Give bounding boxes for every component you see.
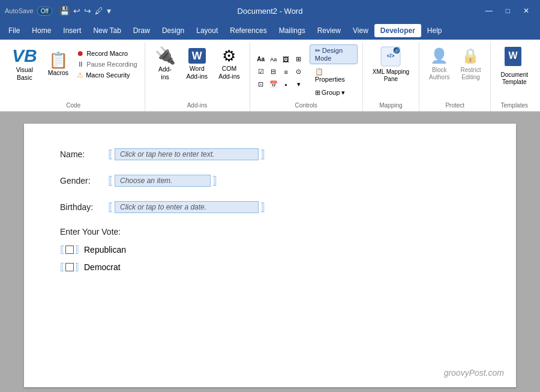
dropdown-icon[interactable]: ▾ — [107, 6, 111, 16]
undo-icon[interactable]: ↩ — [73, 6, 80, 16]
title-bar: AutoSave Off 💾 ↩ ↪ 🖊 ▾ Document2 - Word … — [0, 0, 540, 22]
table-btn[interactable]: ⊞ — [293, 53, 305, 65]
democrat-label: Democrat — [84, 262, 121, 272]
protect-group-items: 👤 BlockAuthors 🔒 RestrictEditing — [424, 43, 485, 100]
format-controls: Aa Aa 🖼 ⊞ ☑ ⊟ ≡ ⊙ ⊡ � — [255, 53, 305, 91]
autosave-toggle[interactable]: Off — [37, 7, 52, 16]
design-mode-button[interactable]: ✏ Design Mode — [310, 44, 358, 64]
templates-group: W DocumentTemplate Templates — [491, 42, 538, 111]
add-ins-label: Add-ins — [158, 65, 172, 80]
document-template-button[interactable]: W DocumentTemplate — [496, 43, 533, 88]
menu-newtab[interactable]: New Tab — [87, 24, 127, 37]
list-btn[interactable]: ≡ — [280, 66, 292, 78]
gender-dropdown[interactable]: Choose an item. — [115, 175, 211, 187]
rep-bracket-left: ⟦ — [60, 244, 65, 255]
menu-home[interactable]: Home — [26, 24, 57, 37]
minimize-button[interactable]: — — [479, 4, 499, 17]
record-icon: ⏺ — [77, 49, 84, 58]
democrat-bracket: ⟦ ⟧ — [60, 261, 79, 273]
menu-insert[interactable]: Insert — [57, 24, 87, 37]
svg-text:W: W — [509, 50, 518, 61]
record-macro-button[interactable]: ⏺ Record Macro — [74, 48, 139, 59]
mapping-group-label: Mapping — [368, 100, 414, 110]
group-label: Group ▾ — [322, 89, 346, 97]
maximize-button[interactable]: □ — [500, 4, 516, 17]
code-stack: ⏺ Record Macro ⏸ Pause Recording ⚠ Macro… — [74, 43, 139, 85]
format-row3: ⊡ 📅 ▪ ▾ — [255, 79, 305, 91]
xml-mapping-inner: </> 🔗 XML MappingPane — [373, 46, 409, 83]
document-template-label: DocumentTemplate — [500, 71, 528, 86]
restrict-editing-label: RestrictEditing — [461, 67, 481, 81]
birthday-label: Birthday: — [60, 202, 108, 212]
macros-label: Macros — [48, 69, 68, 77]
design-mode-icon: ✏ — [315, 47, 320, 54]
autosave-label: AutoSave — [5, 7, 34, 14]
menu-file[interactable]: File — [2, 24, 26, 37]
down-btn[interactable]: ▾ — [293, 79, 305, 91]
pause-recording-button[interactable]: ⏸ Pause Recording — [74, 59, 139, 70]
group-icon: ⊞ — [315, 89, 320, 97]
menu-design[interactable]: Design — [156, 24, 190, 37]
add-ins-button[interactable]: 🔌 Add-ins — [150, 43, 181, 85]
window-controls: — □ ✕ — [479, 4, 535, 17]
block-authors-button[interactable]: 👤 BlockAuthors — [424, 43, 454, 85]
record-macro-label: Record Macro — [86, 50, 128, 57]
menu-references[interactable]: References — [224, 24, 272, 37]
protect-group: 👤 BlockAuthors 🔒 RestrictEditing Protect — [419, 42, 491, 111]
controls-group-label: Controls — [255, 100, 358, 110]
grid-btn[interactable]: ⊟ — [268, 66, 280, 78]
text-aa2-btn[interactable]: Aa — [268, 53, 280, 65]
watermark: groovyPost.com — [444, 368, 504, 378]
controls-group: Aa Aa 🖼 ⊞ ☑ ⊟ ≡ ⊙ ⊡ � — [250, 42, 363, 111]
menu-mailings[interactable]: Mailings — [273, 24, 311, 37]
document-area: Name: ⟦ Click or tap here to enter text.… — [0, 112, 540, 392]
menu-draw[interactable]: Draw — [127, 24, 156, 37]
visual-basic-button[interactable]: VB VisualBasic — [7, 43, 42, 85]
word-addins-button[interactable]: W WordAdd-ins — [182, 43, 213, 85]
group-button[interactable]: ⊞ Group ▾ — [310, 86, 358, 99]
more-icon[interactable]: 🖊 — [95, 6, 103, 16]
democrat-checkbox[interactable] — [65, 263, 74, 271]
menu-help[interactable]: Help — [421, 24, 448, 37]
redo-icon[interactable]: ↪ — [84, 6, 91, 16]
menu-view[interactable]: View — [347, 24, 374, 37]
xml-mapping-icon: </> 🔗 — [380, 46, 401, 67]
name-input[interactable]: Click or tap here to enter text. — [115, 148, 259, 160]
pause-recording-label: Pause Recording — [86, 61, 137, 68]
macro-security-button[interactable]: ⚠ Macro Security — [74, 70, 139, 80]
restrict-editing-button[interactable]: 🔒 RestrictEditing — [456, 43, 486, 85]
macros-button[interactable]: 📋 Macros — [43, 43, 73, 85]
date-btn[interactable]: 📅 — [268, 79, 280, 91]
properties-label: Properties — [315, 76, 345, 83]
save-icon[interactable]: 💾 — [59, 6, 70, 16]
svg-text:🔗: 🔗 — [394, 48, 400, 53]
name-bracket-left: ⟦ — [108, 148, 113, 161]
code-group-label: Code — [7, 100, 140, 110]
democrat-row: ⟦ ⟧ Democrat — [60, 261, 480, 273]
image-btn[interactable]: 🖼 — [280, 53, 292, 65]
word-doc-svg: W — [503, 46, 525, 67]
birthday-field: ⟦ Click or tap to enter a date. ⟧ — [108, 201, 265, 214]
ribbon: VB VisualBasic 📋 Macros ⏺ Record Macro ⏸… — [0, 40, 540, 112]
gender-label: Gender: — [60, 176, 108, 185]
more1-btn[interactable]: ▪ — [280, 79, 292, 91]
republican-checkbox[interactable] — [65, 246, 74, 254]
combo-btn[interactable]: ⊡ — [255, 79, 267, 91]
controls-group-items: Aa Aa 🖼 ⊞ ☑ ⊟ ≡ ⊙ ⊡ � — [255, 43, 358, 100]
menu-developer[interactable]: Developer — [374, 24, 421, 37]
birthday-input[interactable]: Click or tap to enter a date. — [115, 201, 259, 213]
option-btn[interactable]: ⊙ — [293, 66, 305, 78]
vote-section: Enter Your Vote: ⟦ ⟧ Republican ⟦ ⟧ Demo… — [60, 227, 480, 273]
xml-mapping-button[interactable]: </> 🔗 XML MappingPane — [368, 43, 414, 85]
document-title: Document2 - Word — [238, 7, 303, 16]
republican-label: Republican — [84, 245, 126, 255]
close-button[interactable]: ✕ — [517, 4, 535, 17]
name-field: ⟦ Click or tap here to enter text. ⟧ — [108, 148, 265, 161]
properties-button[interactable]: 📋 Properties — [310, 65, 358, 85]
com-addins-button[interactable]: ⚙ COMAdd-ins — [214, 43, 245, 85]
menu-review[interactable]: Review — [311, 24, 347, 37]
check-btn[interactable]: ☑ — [255, 66, 267, 78]
controls-buttons: ✏ Design Mode 📋 Properties ⊞ Group ▾ — [310, 44, 358, 99]
text-aa-btn[interactable]: Aa — [255, 53, 267, 65]
menu-layout[interactable]: Layout — [190, 24, 224, 37]
